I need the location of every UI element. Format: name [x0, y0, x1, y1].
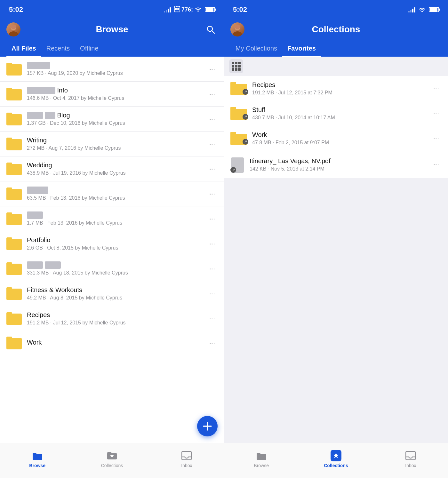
- list-item: 63.5 MB · Feb 13, 2016 by Michelle Cypru…: [0, 181, 224, 206]
- folder-icon: [6, 312, 22, 325]
- svg-rect-15: [257, 454, 266, 460]
- file-info: Writing 272 MB · Aug 7, 2016 by Michelle…: [27, 137, 207, 151]
- file-name: Work: [27, 339, 207, 346]
- file-info: Recipes 191.2 MB · Jul 12, 2015 by Miche…: [27, 311, 207, 326]
- more-options-button[interactable]: ···: [431, 107, 442, 120]
- grid-icon: [232, 62, 241, 71]
- file-meta: 272 MB · Aug 7, 2016 by Michelle Cyprus: [27, 145, 207, 151]
- more-options-button[interactable]: ···: [207, 187, 218, 201]
- nav-collections-label: Collections: [101, 463, 123, 468]
- list-item: 1.7 MB · Feb 13, 2016 by Michelle Cyprus…: [0, 206, 224, 231]
- file-info: Blog 1.37 GB · Dec 10, 2016 by Michelle …: [27, 112, 207, 126]
- nav-collections[interactable]: Collections: [99, 450, 125, 468]
- tab-offline[interactable]: Offline: [75, 42, 103, 57]
- more-options-button[interactable]: ···: [207, 137, 218, 151]
- tab-recents[interactable]: Recents: [41, 42, 75, 57]
- more-options-button[interactable]: ···: [431, 158, 442, 171]
- file-meta: 63.5 MB · Feb 13, 2016 by Michelle Cypru…: [27, 195, 207, 201]
- file-info: Stuff 430.7 MB · Jul 10, 2014 at 10:17 A…: [252, 106, 431, 121]
- left-header-title: Browse: [20, 24, 204, 35]
- left-bottom-nav: Browse Collections: [0, 443, 224, 478]
- nav-browse[interactable]: Browse: [25, 450, 50, 468]
- file-name: Info: [27, 87, 207, 94]
- browse-icon: [32, 450, 43, 461]
- grid-view-button[interactable]: [229, 59, 243, 73]
- file-meta: 49.2 MB · Aug 8, 2015 by Michelle Cyprus: [27, 295, 207, 301]
- collections-icon: [331, 450, 341, 461]
- more-options-button[interactable]: ···: [207, 62, 218, 76]
- nav-inbox[interactable]: Inbox: [398, 450, 423, 468]
- left-avatar[interactable]: [6, 22, 20, 36]
- file-name: Writing: [27, 137, 207, 144]
- nav-browse-label: Browse: [29, 463, 45, 468]
- folder-icon: ↗: [230, 82, 247, 95]
- tab-favorites[interactable]: Favorites: [282, 42, 321, 57]
- file-meta: 146.6 MB · Oct 4, 2017 by Michelle Cypru…: [27, 95, 207, 101]
- inbox-icon: [405, 450, 416, 461]
- file-name: Stuff: [252, 106, 431, 114]
- folder-icon: [6, 212, 22, 225]
- more-options-button[interactable]: ···: [207, 237, 218, 251]
- inbox-icon: [181, 450, 192, 461]
- more-options-button[interactable]: ···: [207, 112, 218, 126]
- signal-icon: [164, 7, 171, 12]
- list-item: ↗ Itinerary_ Las Vegas, NV.pdf 142 KB · …: [224, 151, 448, 178]
- more-options-button[interactable]: ···: [207, 336, 218, 350]
- svg-point-1: [9, 31, 18, 36]
- empty-area: [224, 178, 448, 443]
- folder-icon: [6, 63, 22, 76]
- file-info: 331.3 MB · Aug 18, 2015 by Michelle Cypr…: [27, 261, 207, 276]
- more-options-button[interactable]: ···: [431, 132, 442, 145]
- file-meta: 142 KB · Nov 5, 2013 at 2:14 PM: [250, 166, 431, 172]
- list-item: Writing 272 MB · Aug 7, 2016 by Michelle…: [0, 131, 224, 156]
- right-bottom-nav: Browse Collections: [224, 443, 448, 478]
- nav-inbox-label: Inbox: [181, 463, 192, 468]
- folder-icon: [6, 337, 22, 349]
- svg-line-4: [212, 31, 214, 33]
- file-name: Fitness & Workouts: [27, 286, 207, 294]
- more-options-button[interactable]: ···: [207, 287, 218, 300]
- search-button[interactable]: [204, 22, 218, 36]
- list-item: Wedding 438.9 MB · Jul 19, 2016 by Miche…: [0, 156, 224, 181]
- file-meta: 438.9 MB · Jul 19, 2016 by Michelle Cypr…: [27, 170, 207, 176]
- folder-icon: [6, 262, 22, 275]
- left-app-header: Browse: [0, 19, 224, 42]
- more-options-button[interactable]: ···: [207, 162, 218, 176]
- file-info: Itinerary_ Las Vegas, NV.pdf 142 KB · No…: [250, 157, 431, 172]
- right-avatar[interactable]: [230, 22, 244, 36]
- folder-icon: [6, 88, 22, 100]
- nav-inbox[interactable]: Inbox: [174, 450, 199, 468]
- file-info: Wedding 438.9 MB · Jul 19, 2016 by Miche…: [27, 162, 207, 176]
- nav-browse-label: Browse: [254, 463, 269, 468]
- file-name: Recipes: [27, 311, 207, 319]
- add-button[interactable]: [197, 416, 218, 436]
- tab-all-files[interactable]: All Files: [6, 42, 41, 57]
- file-info: 63.5 MB · Feb 13, 2016 by Michelle Cypru…: [27, 187, 207, 201]
- more-options-button[interactable]: ···: [207, 87, 218, 101]
- file-info: Fitness & Workouts 49.2 MB · Aug 8, 2015…: [27, 286, 207, 301]
- file-name: Work: [252, 131, 431, 139]
- more-options-button[interactable]: ···: [431, 82, 442, 95]
- file-name: Wedding: [27, 162, 207, 169]
- left-content-area: 157 KB · Aug 19, 2020 by Michelle Cyprus…: [0, 57, 224, 443]
- file-list: 157 KB · Aug 19, 2020 by Michelle Cyprus…: [0, 57, 224, 443]
- left-time: 5:02: [9, 5, 23, 14]
- more-options-button[interactable]: ···: [207, 262, 218, 275]
- folder-icon: [6, 287, 22, 300]
- nav-browse[interactable]: Browse: [249, 450, 274, 468]
- file-meta: 331.3 MB · Aug 18, 2015 by Michelle Cypr…: [27, 270, 207, 276]
- list-item: Recipes 191.2 MB · Jul 12, 2015 by Miche…: [0, 306, 224, 331]
- file-name: [27, 211, 207, 219]
- more-options-button[interactable]: ···: [207, 312, 218, 325]
- file-name: Recipes: [252, 81, 431, 89]
- file-meta: 157 KB · Aug 19, 2020 by Michelle Cyprus: [27, 70, 207, 76]
- tab-my-collections[interactable]: My Collections: [230, 42, 282, 57]
- folder-icon: [6, 113, 22, 125]
- list-item: 331.3 MB · Aug 18, 2015 by Michelle Cypr…: [0, 256, 224, 281]
- nav-collections[interactable]: Collections: [323, 450, 349, 468]
- nav-inbox-label: Inbox: [405, 463, 416, 468]
- file-name: [27, 261, 207, 269]
- file-info: Portfolio 2.6 GB · Oct 8, 2015 by Michel…: [27, 236, 207, 251]
- more-options-button[interactable]: ···: [207, 212, 218, 226]
- file-name: [27, 187, 207, 194]
